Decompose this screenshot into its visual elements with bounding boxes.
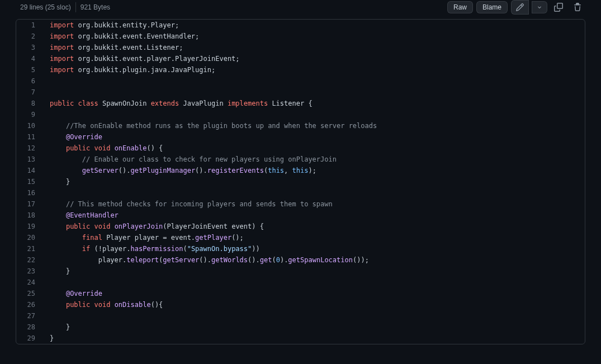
- blame-button[interactable]: Blame: [476, 1, 508, 13]
- code-line: 3import org.bukkit.event.Listener;: [16, 42, 585, 53]
- line-source[interactable]: [44, 87, 585, 98]
- line-number[interactable]: 14: [16, 165, 44, 176]
- line-source[interactable]: [44, 109, 585, 120]
- file-actions: Raw Blame: [447, 0, 585, 15]
- line-number[interactable]: 26: [16, 299, 44, 310]
- code-line: 2import org.bukkit.event.EventHandler;: [16, 31, 585, 42]
- line-source[interactable]: public void onPlayerJoin(PlayerJoinEvent…: [44, 221, 585, 232]
- line-source[interactable]: [44, 187, 585, 198]
- line-number[interactable]: 20: [16, 232, 44, 243]
- line-number[interactable]: 3: [16, 42, 44, 53]
- line-number[interactable]: 24: [16, 277, 44, 288]
- line-number[interactable]: 15: [16, 176, 44, 187]
- lines-info: 29 lines (25 sloc): [20, 3, 71, 11]
- code-line: 12 public void onEnable() {: [16, 143, 585, 154]
- code-line: 9: [16, 109, 585, 120]
- line-number[interactable]: 10: [16, 120, 44, 131]
- code-line: 23 }: [16, 266, 585, 277]
- line-source[interactable]: }: [44, 266, 585, 277]
- code-line: 4import org.bukkit.event.player.PlayerJo…: [16, 53, 585, 64]
- line-source[interactable]: player.teleport(getServer().getWorlds().…: [44, 254, 585, 266]
- line-source[interactable]: import org.bukkit.event.Listener;: [44, 42, 585, 53]
- line-source[interactable]: // Enable our class to check for new pla…: [44, 154, 585, 165]
- line-number[interactable]: 19: [16, 221, 44, 232]
- line-source[interactable]: }: [44, 322, 585, 333]
- code-line: 25 @Override: [16, 288, 585, 299]
- code-line: 20 final Player player = event.getPlayer…: [16, 232, 585, 243]
- line-source[interactable]: final Player player = event.getPlayer();: [44, 232, 585, 243]
- chevron-down-icon: [536, 4, 543, 11]
- bytes-info: 921 Bytes: [81, 3, 110, 11]
- line-number[interactable]: 29: [16, 333, 44, 344]
- code-line: 5import org.bukkit.plugin.java.JavaPlugi…: [16, 64, 585, 75]
- code-line: 6: [16, 75, 585, 87]
- line-number[interactable]: 16: [16, 187, 44, 198]
- copy-icon: [554, 3, 563, 12]
- code-line: 16: [16, 187, 585, 198]
- line-source[interactable]: public class SpawnOnJoin extends JavaPlu…: [44, 98, 585, 109]
- line-source[interactable]: }: [44, 176, 585, 187]
- line-source[interactable]: }: [44, 333, 585, 344]
- line-source[interactable]: import org.bukkit.event.EventHandler;: [44, 31, 585, 42]
- code-line: 19 public void onPlayerJoin(PlayerJoinEv…: [16, 221, 585, 232]
- code-line: 27: [16, 310, 585, 322]
- line-number[interactable]: 17: [16, 198, 44, 210]
- line-number[interactable]: 9: [16, 109, 44, 120]
- line-source[interactable]: //The onEnable method runs as the plugin…: [44, 120, 585, 131]
- line-number[interactable]: 6: [16, 75, 44, 87]
- line-source[interactable]: // This method checks for incoming playe…: [44, 198, 585, 210]
- line-number[interactable]: 5: [16, 64, 44, 75]
- file-info: 29 lines (25 sloc) 921 Bytes: [16, 2, 110, 12]
- code-line: 8public class SpawnOnJoin extends JavaPl…: [16, 98, 585, 109]
- raw-button[interactable]: Raw: [447, 1, 473, 13]
- line-number[interactable]: 25: [16, 288, 44, 299]
- trash-icon: [573, 3, 582, 12]
- line-number[interactable]: 7: [16, 87, 44, 98]
- line-source[interactable]: [44, 277, 585, 288]
- delete-button[interactable]: [570, 1, 585, 14]
- divider: [75, 2, 76, 12]
- code-table: 1import org.bukkit.entity.Player;2import…: [16, 20, 585, 344]
- line-number[interactable]: 23: [16, 266, 44, 277]
- line-number[interactable]: 8: [16, 98, 44, 109]
- pencil-icon: [515, 3, 524, 12]
- code-line: 29}: [16, 333, 585, 344]
- line-source[interactable]: public void onDisable(){: [44, 299, 585, 310]
- more-actions-button[interactable]: [532, 1, 547, 13]
- code-line: 1import org.bukkit.entity.Player;: [16, 20, 585, 31]
- line-source[interactable]: public void onEnable() {: [44, 143, 585, 154]
- line-number[interactable]: 4: [16, 53, 44, 64]
- code-line: 11 @Override: [16, 131, 585, 143]
- code-line: 22 player.teleport(getServer().getWorlds…: [16, 254, 585, 266]
- line-source[interactable]: @EventHandler: [44, 210, 585, 221]
- line-number[interactable]: 2: [16, 31, 44, 42]
- line-source[interactable]: import org.bukkit.event.player.PlayerJoi…: [44, 53, 585, 64]
- line-number[interactable]: 18: [16, 210, 44, 221]
- line-source[interactable]: import org.bukkit.entity.Player;: [44, 20, 585, 31]
- code-line: 28 }: [16, 322, 585, 333]
- line-source[interactable]: @Override: [44, 131, 585, 143]
- code-line: 17 // This method checks for incoming pl…: [16, 198, 585, 210]
- code-line: 10 //The onEnable method runs as the plu…: [16, 120, 585, 131]
- code-block: 1import org.bukkit.entity.Player;2import…: [16, 19, 585, 344]
- code-line: 24: [16, 277, 585, 288]
- line-number[interactable]: 12: [16, 143, 44, 154]
- line-source[interactable]: [44, 75, 585, 87]
- code-line: 18 @EventHandler: [16, 210, 585, 221]
- file-header: 29 lines (25 sloc) 921 Bytes Raw Blame: [16, 0, 585, 19]
- line-number[interactable]: 1: [16, 20, 44, 31]
- line-number[interactable]: 11: [16, 131, 44, 143]
- edit-button[interactable]: [511, 0, 529, 15]
- line-number[interactable]: 21: [16, 243, 44, 254]
- line-source[interactable]: if (!player.hasPermission("SpawnOn.bypas…: [44, 243, 585, 254]
- line-source[interactable]: import org.bukkit.plugin.java.JavaPlugin…: [44, 64, 585, 75]
- line-source[interactable]: [44, 310, 585, 322]
- line-number[interactable]: 28: [16, 322, 44, 333]
- code-line: 13 // Enable our class to check for new …: [16, 154, 585, 165]
- line-source[interactable]: @Override: [44, 288, 585, 299]
- line-number[interactable]: 22: [16, 254, 44, 266]
- copy-button[interactable]: [551, 1, 566, 14]
- line-source[interactable]: getServer().getPluginManager().registerE…: [44, 165, 585, 176]
- line-number[interactable]: 27: [16, 310, 44, 322]
- line-number[interactable]: 13: [16, 154, 44, 165]
